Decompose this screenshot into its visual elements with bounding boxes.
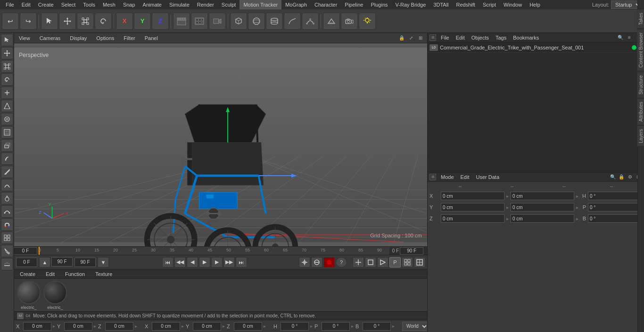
coord-x2-arrow[interactable]: ▸ (182, 324, 184, 329)
viewport[interactable]: Perspective Grid Spacing : 100 cm X Y Z (14, 43, 427, 246)
viewport-arrows-icon[interactable]: ⤢ (407, 34, 415, 42)
z-axis-button[interactable]: Z (152, 13, 169, 30)
playback-frame-start[interactable] (16, 258, 37, 267)
attr-y-size-input[interactable] (511, 203, 574, 211)
rotate-tool-button[interactable] (95, 13, 112, 30)
redo-button[interactable]: ↪ (20, 13, 37, 30)
viewport-mode-btn[interactable] (414, 257, 425, 267)
next-frame-button[interactable]: ▶▶ (223, 257, 235, 267)
timeline-current-frame[interactable] (14, 247, 37, 255)
timeline-end-frame[interactable] (400, 247, 423, 255)
attr-lock-icon[interactable]: 🔒 (618, 173, 625, 181)
sidebar-create-btn[interactable] (1, 87, 13, 99)
light-button[interactable] (359, 13, 376, 30)
spline-button[interactable] (284, 13, 301, 30)
viewport-expand-icon[interactable]: ⊞ (417, 34, 424, 42)
viewport-menu-cameras[interactable]: Cameras (38, 35, 63, 41)
motion-btn5[interactable] (402, 257, 413, 267)
help-button[interactable]: ? (336, 257, 347, 267)
menu-create[interactable]: Create (34, 0, 58, 9)
obj-menu-bookmarks[interactable]: Bookmarks (511, 33, 541, 42)
next-step-button[interactable]: ▶ (211, 257, 223, 267)
sidebar-select-btn[interactable] (1, 34, 13, 46)
coord-y-input[interactable] (64, 322, 92, 331)
attr-y-pos-arrow[interactable]: ▸ (506, 205, 509, 210)
coord-x2-input[interactable] (152, 322, 180, 331)
material-menu-texture[interactable]: Texture (91, 269, 116, 279)
material-item-1[interactable]: electric_ (17, 281, 41, 310)
viewport-menu-view[interactable]: View (17, 35, 32, 41)
record-button[interactable] (323, 257, 335, 267)
camera-button[interactable] (341, 13, 358, 30)
clapper-button[interactable] (173, 13, 190, 30)
sidebar-mesh1-btn[interactable] (1, 100, 13, 112)
menu-3dtall[interactable]: 3DTAll (429, 0, 452, 9)
sphere-button[interactable] (248, 13, 265, 30)
sidebar-mesh3-btn[interactable] (1, 126, 13, 138)
prev-step-button[interactable]: ◀ (187, 257, 198, 267)
motion-btn3[interactable] (377, 257, 388, 267)
sidebar-floor-btn[interactable] (1, 258, 13, 270)
camera-clip-button[interactable] (209, 13, 226, 30)
sidebar-mesh2-btn[interactable] (1, 113, 13, 125)
menu-mesh[interactable]: Mesh (99, 0, 119, 9)
tab-attributes[interactable]: Attributes (637, 98, 644, 125)
attr-search-icon[interactable]: 🔍 (609, 173, 617, 181)
goto-end-button[interactable]: ⏭ (236, 257, 247, 267)
keyframe-add-button[interactable] (299, 257, 310, 267)
menu-select[interactable]: Select (58, 0, 80, 9)
obj-menu-tags[interactable]: Tags (494, 33, 508, 42)
motion-btn1[interactable] (353, 257, 364, 267)
sidebar-move-btn[interactable] (1, 47, 13, 59)
menu-window[interactable]: Window (500, 0, 526, 9)
x-axis-button[interactable]: X (116, 13, 133, 30)
sidebar-paint-btn[interactable] (1, 245, 13, 257)
coord-b-input[interactable] (363, 322, 391, 331)
coord-h-arrow[interactable]: ▸ (310, 324, 313, 329)
attr-x-size-arrow[interactable]: ▸ (576, 194, 578, 199)
play-btn-up[interactable]: ▲ (39, 257, 50, 267)
sidebar-magnet-btn[interactable] (1, 219, 13, 231)
obj-filter-icon[interactable]: ≡ (626, 34, 633, 41)
viewport-lock-icon[interactable]: 🔒 (398, 34, 405, 42)
coord-x-input[interactable] (23, 322, 51, 331)
attr-menu-userdata[interactable]: User Data (474, 172, 502, 182)
attr-x-size-input[interactable] (511, 192, 574, 200)
obj-menu-objects[interactable]: Objects (470, 33, 491, 42)
coord-y-arrow[interactable]: ▸ (94, 324, 96, 329)
menu-pipeline[interactable]: Pipeline (341, 0, 367, 9)
menu-help[interactable]: Help (526, 0, 544, 9)
coord-y2-arrow[interactable]: ▸ (223, 324, 225, 329)
viewport-menu-filter[interactable]: Filter (122, 35, 137, 41)
material-menu-edit[interactable]: Edit (42, 269, 58, 279)
coord-z-input[interactable] (105, 322, 133, 331)
obj-search-icon[interactable]: 🔍 (617, 34, 624, 41)
menu-character[interactable]: Character (311, 0, 341, 9)
cylinder-button[interactable] (266, 13, 283, 30)
prev-frame-button[interactable]: ◀◀ (174, 257, 186, 267)
menu-file[interactable]: File (2, 0, 18, 9)
playback-frame-end2[interactable] (74, 258, 96, 267)
sidebar-smooth-btn[interactable] (1, 205, 13, 218)
coord-p-arrow[interactable]: ▸ (351, 324, 354, 329)
nurbs-button[interactable] (302, 13, 319, 30)
y-axis-button[interactable]: Y (134, 13, 151, 30)
sidebar-extrude-btn[interactable] (1, 139, 13, 152)
menu-plugins[interactable]: Plugins (367, 0, 391, 9)
viewport-menu-panel[interactable]: Panel (143, 35, 160, 41)
tab-content-browser[interactable]: Content Browser (637, 33, 644, 71)
attr-x-pos-input[interactable] (441, 192, 504, 200)
attr-z-pos-arrow[interactable]: ▸ (506, 216, 509, 221)
attr-menu-mode[interactable]: Mode (439, 172, 456, 182)
menu-simulate[interactable]: Simulate (165, 0, 193, 9)
attr-z-size-input[interactable] (511, 214, 574, 223)
menu-sculpt[interactable]: Sculpt (218, 0, 240, 9)
coord-x-arrow[interactable]: ▸ (53, 324, 55, 329)
obj-menu-file[interactable]: File (439, 33, 451, 42)
cube-button[interactable] (230, 13, 247, 30)
coord-z2-input[interactable] (234, 322, 262, 331)
attr-settings-icon[interactable]: ⚙ (626, 173, 634, 181)
goto-start-button[interactable]: ⏮ (162, 257, 173, 267)
attr-p-angle-input[interactable] (588, 203, 644, 211)
sidebar-grid-btn[interactable] (1, 232, 13, 244)
